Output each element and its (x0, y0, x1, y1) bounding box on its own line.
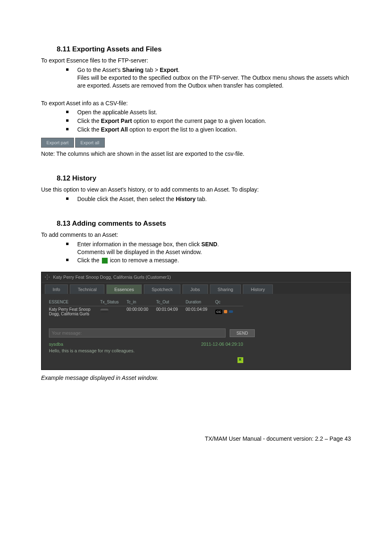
move-icon[interactable] (45, 275, 50, 280)
qc-status-icon-2 (229, 310, 233, 313)
col-tc-in: Tc_in (127, 300, 154, 304)
asset-window-titlebar: Katy Perry Feat Snoop Dogg, California G… (42, 272, 350, 282)
export-part-button[interactable]: Export part (41, 138, 74, 148)
col-qc: Qc (215, 300, 243, 304)
send-button[interactable]: SEND (230, 329, 255, 337)
history-bullet-1: Double click the Asset, then select the … (66, 195, 351, 203)
essence-tcout: 00:01:04:09 (156, 307, 184, 316)
export-csv-bullet-2: Click the Export Part option to export t… (66, 117, 351, 125)
qc-status-icon-1 (224, 310, 227, 313)
col-duration: Duration (186, 300, 214, 304)
essence-duration: 00:01:04:09 (186, 307, 214, 316)
tab-essences[interactable]: Essences (106, 284, 142, 294)
message-user: sysdba (49, 342, 63, 347)
comments-bullet-2: Click the icon to remove a message. (66, 257, 351, 264)
col-tx-status: Tx_Status (100, 300, 125, 304)
export-ftp-intro: To export Essence files to the FTP-serve… (41, 57, 351, 65)
export-csv-bullet-1: Open the applicable Assets list. (66, 109, 351, 116)
col-essence: ESSENCE (49, 300, 99, 304)
message-date: 2011-12-06 04:29:10 (201, 342, 243, 347)
history-intro: Use this option to view an Asset's histo… (41, 186, 351, 194)
asset-tabs: Info Technical Essences Spotcheck Jobs S… (42, 282, 350, 294)
remove-message-icon (102, 258, 108, 264)
message-input[interactable] (49, 328, 226, 338)
qc-cc-icon: CC (215, 310, 223, 314)
export-csv-bullet-3: Click the Export All option to export th… (66, 126, 351, 134)
figure-caption: Example message displayed in Asset windo… (41, 374, 351, 382)
essence-table-header: ESSENCE Tx_Status Tc_in Tc_Out Duration … (49, 298, 243, 306)
tab-info[interactable]: Info (45, 284, 68, 294)
export-all-button[interactable]: Export all (75, 138, 105, 148)
section-title-811: 8.11 Exporting Assets and Files (57, 45, 351, 53)
asset-window: Katy Perry Feat Snoop Dogg, California G… (41, 272, 351, 370)
remove-message-button[interactable] (238, 357, 243, 363)
tab-spotcheck[interactable]: Spotcheck (144, 284, 180, 294)
qc-cell: CC (215, 307, 243, 316)
section-title-813: 8.13 Adding comments to Assets (57, 220, 351, 228)
comments-bullet-1-sub: Comments will be displayed in the Asset … (77, 249, 202, 255)
tx-status-indicator (100, 309, 108, 312)
export-csv-intro: To export Asset info as a CSV-file: (41, 99, 351, 107)
comments-bullet-1: Enter information in the message box, th… (66, 240, 351, 256)
tab-history[interactable]: History (243, 284, 272, 294)
export-ftp-bullet-1-sub: Files will be exported to the specified … (77, 74, 349, 89)
asset-window-title: Katy Perry Feat Snoop Dogg, California G… (53, 275, 171, 280)
tab-jobs[interactable]: Jobs (182, 284, 208, 294)
page-footer: TX/MAM User Manual - document version: 2… (41, 435, 351, 442)
essence-name: Katy Perry Feat Snoop Dogg, California G… (49, 307, 99, 316)
tab-technical[interactable]: Technical (70, 284, 104, 294)
table-row: Katy Perry Feat Snoop Dogg, California G… (49, 306, 243, 320)
tab-sharing[interactable]: Sharing (210, 284, 241, 294)
message-body: Hello, this is a message for my colleagu… (49, 348, 343, 353)
col-tc-out: Tc_Out (156, 300, 184, 304)
essence-tcin: 00:00:00:00 (127, 307, 154, 316)
export-ftp-bullet-1: Go to the Asset's Sharing tab > Export. … (66, 66, 351, 90)
section-title-812: 8.12 History (57, 174, 351, 183)
comments-intro: To add comments to an Asset: (41, 231, 351, 239)
export-note: Note: The columns which are shown in the… (41, 150, 351, 158)
